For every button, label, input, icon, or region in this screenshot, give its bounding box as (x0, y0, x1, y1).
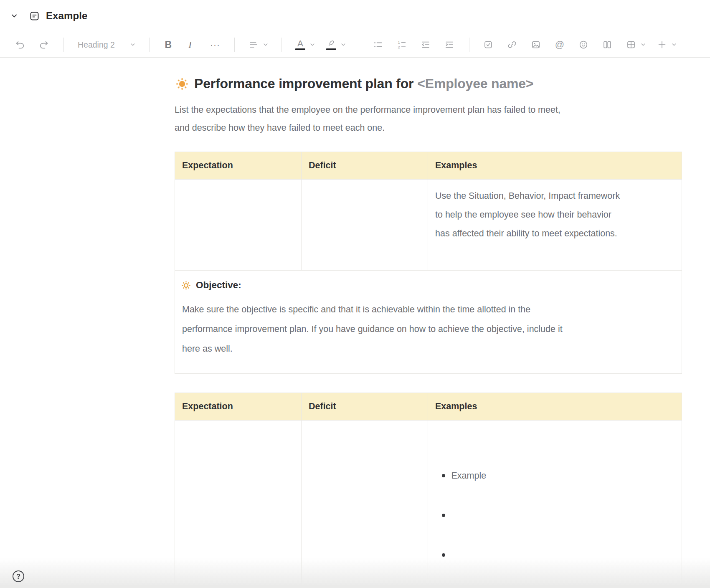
italic-button[interactable]: I (186, 39, 194, 51)
column-header-expectation[interactable]: Expectation (175, 393, 302, 421)
insert-emoji-button[interactable] (578, 40, 588, 50)
image-icon (531, 40, 541, 50)
column-header-deficit[interactable]: Deficit (302, 393, 428, 421)
objective-cell[interactable]: Objective: Make sure the objective is sp… (175, 271, 682, 374)
collapse-chevron-icon[interactable] (10, 12, 18, 20)
list-item[interactable] (435, 505, 674, 526)
columns-button[interactable] (602, 40, 612, 50)
expectation-cell[interactable] (175, 421, 302, 588)
insert-table-button[interactable] (626, 40, 646, 50)
toolbar-divider (359, 38, 359, 52)
document-icon[interactable] (29, 11, 40, 21)
bullet-dot (442, 474, 445, 477)
highlighter-icon (326, 39, 336, 51)
text-color-button[interactable]: A (295, 39, 315, 51)
expectation-cell[interactable] (175, 180, 302, 271)
document-header: Example (0, 0, 710, 32)
redo-icon (39, 40, 49, 50)
objective-label: Objective: (196, 280, 241, 291)
chevron-down-icon (640, 42, 646, 48)
table-header-row: Expectation Deficit Examples (175, 393, 682, 421)
numbered-list-button[interactable]: 1 2 (397, 40, 407, 50)
chevron-down-icon (263, 42, 269, 48)
sun-emoji-icon (175, 76, 190, 91)
bullet-dot (442, 514, 445, 517)
highlight-color-button[interactable] (326, 39, 346, 51)
bullet-dot (442, 553, 445, 557)
mention-button[interactable]: @ (555, 40, 565, 50)
pip-table-1: Expectation Deficit Examples Use the Sit… (175, 152, 682, 374)
paragraph-style-selector[interactable]: Heading 2 (78, 40, 136, 50)
examples-cell[interactable]: Use the Situation, Behavior, Impact fram… (428, 180, 682, 271)
sun-outline-icon (181, 280, 191, 291)
more-formatting-button[interactable]: ··· (209, 40, 221, 50)
bullet-list-button[interactable] (373, 40, 383, 50)
chevron-down-icon (309, 42, 315, 48)
chevron-down-icon (340, 42, 346, 48)
objective-row: Objective: Make sure the objective is sp… (175, 271, 682, 374)
column-header-examples[interactable]: Examples (428, 393, 682, 421)
paragraph-style-value: Heading 2 (78, 40, 115, 50)
plus-icon (657, 40, 667, 50)
insert-link-button[interactable] (507, 40, 517, 50)
help-button[interactable]: ? (13, 570, 24, 582)
outdent-button[interactable] (421, 40, 431, 50)
toolbar-divider (149, 38, 150, 52)
svg-text:2: 2 (398, 45, 400, 49)
undo-button[interactable] (15, 40, 25, 50)
emoji-icon (578, 40, 588, 50)
mention-icon: @ (555, 39, 564, 50)
pip-table-2: Expectation Deficit Examples Example (175, 393, 682, 588)
document-title[interactable]: Performance improvement plan for <Employ… (175, 76, 682, 91)
list-item[interactable]: Example (435, 465, 674, 486)
checkbox-icon (483, 40, 493, 50)
align-left-icon (248, 40, 259, 50)
toolbar-divider (281, 38, 281, 52)
indent-button[interactable] (444, 40, 454, 50)
table-header-row: Expectation Deficit Examples (175, 152, 682, 180)
redo-button[interactable] (39, 40, 49, 50)
chevron-down-icon (130, 42, 136, 48)
page-title: Example (46, 10, 87, 22)
outdent-icon (421, 40, 431, 50)
checklist-button[interactable] (483, 40, 493, 50)
formatting-toolbar: Heading 2 B I ··· A (0, 32, 710, 58)
toolbar-divider (469, 38, 469, 52)
table-row: Example (175, 421, 682, 588)
objective-body[interactable]: Make sure the objective is specific and … (182, 300, 676, 359)
deficit-cell[interactable] (302, 180, 428, 271)
insert-image-button[interactable] (531, 40, 541, 50)
help-label: ? (16, 573, 20, 580)
document-canvas: Performance improvement plan for <Employ… (175, 76, 682, 588)
columns-icon (602, 40, 612, 50)
deficit-cell[interactable] (302, 421, 428, 588)
toolbar-divider (63, 38, 64, 52)
insert-block-button[interactable] (657, 40, 677, 50)
bullet-list-icon (373, 40, 383, 50)
column-header-deficit[interactable]: Deficit (302, 152, 428, 180)
text-color-icon: A (295, 39, 305, 51)
numbered-list-icon: 1 2 (397, 40, 407, 50)
indent-icon (444, 40, 454, 50)
align-button[interactable] (248, 40, 269, 50)
chevron-down-icon (671, 42, 677, 48)
table-row: Use the Situation, Behavior, Impact fram… (175, 180, 682, 271)
title-text: Performance improvement plan for (194, 76, 413, 91)
undo-icon (15, 40, 25, 50)
bullet-text: Example (451, 466, 487, 485)
column-header-expectation[interactable]: Expectation (175, 152, 302, 180)
column-header-examples[interactable]: Examples (428, 152, 682, 180)
title-placeholder: <Employee name> (417, 76, 533, 91)
toolbar-divider (234, 38, 235, 52)
intro-paragraph[interactable]: List the expectations that the employee … (175, 101, 682, 137)
list-item[interactable] (435, 545, 674, 565)
table-icon (626, 40, 636, 50)
examples-bullet-list: Example (435, 446, 674, 584)
bold-button[interactable]: B (163, 39, 173, 51)
objective-heading: Objective: (181, 280, 676, 291)
examples-cell[interactable]: Example (428, 421, 682, 588)
link-icon (507, 40, 517, 50)
